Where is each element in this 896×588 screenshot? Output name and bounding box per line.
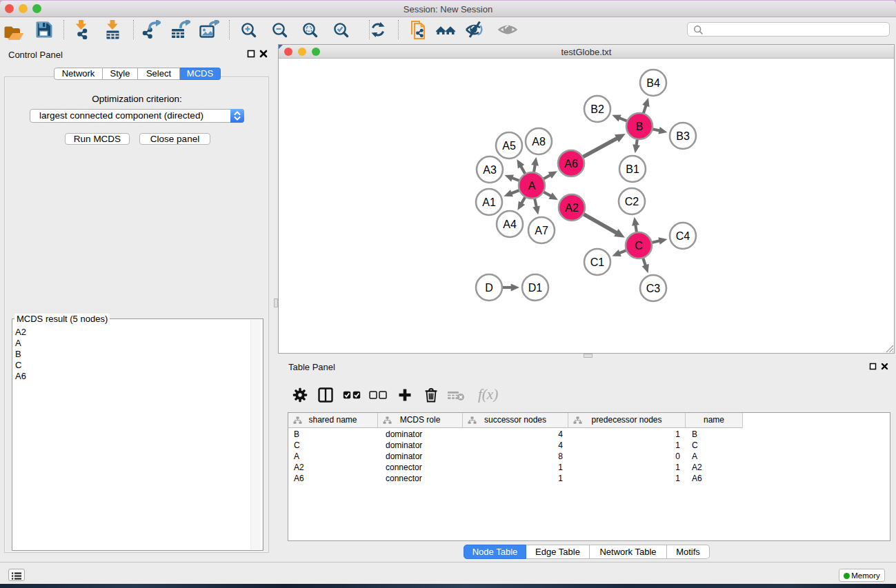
- svg-text:B1: B1: [626, 163, 639, 175]
- svg-text:A7: A7: [535, 225, 548, 236]
- svg-text:A8: A8: [532, 136, 546, 148]
- svg-text:A1: A1: [482, 196, 496, 208]
- svg-text:C: C: [635, 240, 643, 252]
- svg-text:B2: B2: [590, 103, 604, 115]
- svg-text:C4: C4: [676, 230, 690, 242]
- svg-text:D: D: [485, 282, 493, 294]
- svg-text:A4: A4: [503, 219, 517, 230]
- svg-text:B3: B3: [676, 130, 690, 142]
- svg-text:B: B: [636, 121, 644, 132]
- svg-text:D1: D1: [528, 282, 543, 294]
- svg-text:C1: C1: [590, 256, 605, 268]
- svg-text:A6: A6: [564, 158, 578, 170]
- svg-text:B4: B4: [646, 77, 660, 89]
- svg-text:A: A: [528, 180, 536, 192]
- svg-text:C2: C2: [625, 196, 639, 207]
- svg-text:A2: A2: [565, 202, 579, 214]
- svg-text:C3: C3: [646, 283, 661, 294]
- svg-text:A3: A3: [483, 164, 497, 176]
- svg-text:A5: A5: [502, 140, 516, 152]
